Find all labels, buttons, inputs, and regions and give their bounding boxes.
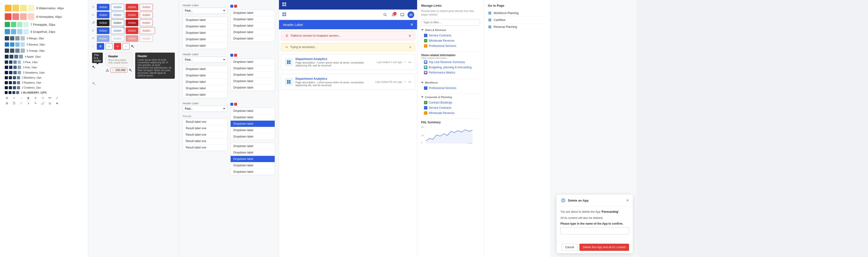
action-icon-button[interactable]: ⚙ <box>97 43 104 50</box>
link-professional-services-2[interactable]: ≡ Professional Services <box>421 85 480 91</box>
target-icon[interactable]: ◎ <box>48 101 52 105</box>
filter-icon[interactable]: ▽ <box>40 96 45 100</box>
close-button[interactable]: ✕ <box>410 22 413 27</box>
star-icon[interactable]: ☆ <box>404 61 406 64</box>
messages-icon[interactable] <box>399 11 406 18</box>
grid-icon[interactable]: ⊞ <box>5 101 9 105</box>
notification-icon[interactable]: 3 <box>390 11 397 18</box>
cancel-button[interactable]: Cancel <box>562 244 578 251</box>
dropdown-item[interactable]: Dropdown label <box>183 36 227 43</box>
error-close-button[interactable]: ✕ <box>408 34 411 38</box>
dropdown-item[interactable]: Dropdown label <box>183 79 227 85</box>
dropdown-item[interactable]: Dropdown label <box>230 169 275 175</box>
action-button[interactable]: Action <box>97 4 110 10</box>
dots-icon[interactable]: ⁝⁝ <box>19 101 23 105</box>
action-button[interactable]: Action <box>126 20 138 26</box>
link-service-contracts-2[interactable]: ≡ Service Contracts <box>421 105 480 110</box>
dropdown-item[interactable]: Dropdown label <box>230 134 275 140</box>
action-button[interactable]: Action <box>126 27 138 34</box>
action-button[interactable]: Action ↓ <box>140 27 155 34</box>
result-item[interactable]: Result label one <box>183 144 227 151</box>
more-icon-2[interactable]: ••• <box>408 80 411 83</box>
app-name-input[interactable] <box>560 227 629 234</box>
resize-icon[interactable]: ⤢ <box>55 96 59 100</box>
edit-icon[interactable]: ✎ <box>33 101 38 105</box>
dropdown-item[interactable]: Dropdown label <box>183 85 227 91</box>
corporate-header[interactable]: Corporate & Planning <box>421 96 480 99</box>
action-button[interactable]: Action <box>111 35 124 42</box>
result-item[interactable]: Result label one <box>183 125 227 132</box>
dropdown-item-selected[interactable]: Dropdown label <box>230 121 275 127</box>
number-input[interactable]: ⚠ 150,000 <box>111 68 127 73</box>
star-icon[interactable]: ★ <box>55 101 59 105</box>
action-button[interactable]: Action <box>97 12 110 18</box>
user-avatar[interactable]: JD <box>407 11 414 18</box>
link-top-line[interactable]: 📊 Top Line Revenue Summary <box>421 60 480 65</box>
link-wholesale-revenue[interactable]: ≡ Wholesale Revenue <box>421 38 480 43</box>
dropdown-select-2[interactable]: Find... <box>183 57 227 63</box>
result-item[interactable]: Result label one <box>183 132 227 138</box>
dropdown-item[interactable]: Dropdown label <box>230 65 275 72</box>
dropdown-item[interactable]: Dropdown label <box>230 72 275 78</box>
action-button[interactable]: Action <box>126 35 138 42</box>
action-button[interactable]: Action <box>140 4 153 10</box>
dropdown-item[interactable]: Dropdown label <box>183 66 227 72</box>
modal-close-button[interactable]: ✕ <box>626 198 629 203</box>
dropdown-item[interactable]: Dropdown label <box>230 114 275 121</box>
action-button[interactable]: Action <box>111 12 124 18</box>
more-icon[interactable]: ••• <box>408 61 411 64</box>
dropdown-item[interactable]: Dropdown label <box>230 127 275 134</box>
action-button[interactable]: Action <box>140 35 153 42</box>
dropdown-item[interactable]: Dropdown label <box>230 149 275 156</box>
dropdown-item[interactable]: Dropdown label <box>183 17 227 23</box>
link-budgeting[interactable]: 📊 Budgeting, planning & forecasting <box>421 65 480 70</box>
link-wholesale-revenue-2[interactable]: ≡ Wholesale Revenue <box>421 110 480 116</box>
action-button[interactable]: Action <box>97 35 110 42</box>
add-icon[interactable]: + <box>12 96 16 100</box>
dropdown-item-selected-2[interactable]: Dropdown label <box>230 156 275 162</box>
dropdown-item[interactable]: Dropdown label <box>230 108 275 114</box>
dropdown-select-1[interactable]: Find... <box>183 8 227 14</box>
goto-revenue-planning[interactable]: Revenue Planning <box>488 24 547 31</box>
dropdown-item[interactable]: Dropdown label <box>183 23 227 30</box>
action-button[interactable]: Action <box>97 20 110 26</box>
table-icon[interactable]: ☰ <box>12 101 16 105</box>
action-button[interactable]: Action ↻ <box>111 27 124 34</box>
dropdown-item[interactable]: Dropdown label <box>183 43 227 49</box>
dropdown-item[interactable]: Dropdown label <box>230 84 275 91</box>
action-button[interactable]: Action <box>97 27 110 34</box>
action-icon-button[interactable]: + <box>106 43 113 50</box>
dropdown-item[interactable]: Dropdown label <box>183 91 227 98</box>
dropdown-item[interactable]: Dropdown label <box>230 35 275 42</box>
dropdown-item[interactable]: Dropdown label <box>183 30 227 36</box>
dropdown-item[interactable]: Dropdown label <box>183 72 227 79</box>
action-button[interactable]: Action <box>126 12 138 18</box>
dropdown-item[interactable]: Dropdown label <box>230 29 275 35</box>
dropdown-item[interactable]: Dropdown label <box>230 143 275 149</box>
action-button[interactable]: Action <box>140 12 153 18</box>
action-icon-button[interactable]: ✕ <box>114 43 121 50</box>
dropdown-item[interactable]: Dropdown label <box>230 59 275 65</box>
action-button[interactable]: Action <box>111 4 124 10</box>
workforce-header[interactable]: Workforce <box>421 81 480 84</box>
delete-button[interactable]: Delete this App and all it's content <box>580 244 629 251</box>
action-button[interactable]: Action <box>140 20 153 26</box>
chart-icon[interactable]: 📈 <box>40 101 45 105</box>
trash-icon[interactable]: 🗑 <box>26 96 31 100</box>
goto-workforce-planning[interactable]: Workforce Planning <box>488 10 547 17</box>
reconnect-close-button[interactable]: ✕ <box>409 45 411 49</box>
arrow-right-icon[interactable]: → <box>19 96 23 100</box>
dropdown-item[interactable]: Dropdown label <box>230 10 275 16</box>
settings-icon[interactable]: ⚙ <box>5 96 9 100</box>
more-icon[interactable]: ••• <box>48 96 52 100</box>
goto-cashflow[interactable]: Cashflow <box>488 17 547 24</box>
link-contract-bookings[interactable]: ≡ Contract Bookings <box>421 100 480 105</box>
filter-input[interactable] <box>421 19 480 26</box>
close-icon[interactable]: ✕ <box>33 96 38 100</box>
dropdown-item[interactable]: Dropdown label <box>230 78 275 84</box>
action-icon-button[interactable]: – <box>123 43 129 50</box>
link-professional-services[interactable]: ≡ Professional Services <box>421 43 480 48</box>
dropdown-item[interactable]: Dropdown label <box>230 162 275 169</box>
action-button[interactable]: Action <box>111 20 124 26</box>
dropdown-item[interactable]: Dropdown label <box>230 23 275 29</box>
